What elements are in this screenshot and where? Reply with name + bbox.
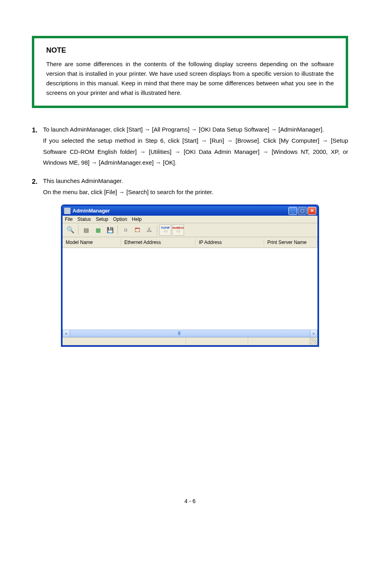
minimize-button[interactable]: _	[288, 207, 297, 215]
arrow-icon: →	[155, 159, 161, 166]
app-icon	[64, 208, 71, 214]
arrow-icon: →	[227, 137, 233, 144]
list-icon[interactable]: ▤	[80, 224, 92, 236]
status-cell-1	[63, 337, 186, 345]
separator	[118, 225, 118, 235]
disk-icon[interactable]: 💾	[104, 224, 116, 236]
page-number: 4 - 6	[32, 498, 348, 504]
arrow-icon: →	[119, 189, 125, 195]
scroll-track[interactable]	[70, 330, 310, 337]
separator	[157, 225, 157, 235]
arrow-icon: →	[322, 137, 328, 144]
status-cell-2	[186, 337, 248, 345]
step-1-text: To launch AdminManager, click [Start] → …	[43, 124, 348, 168]
titlebar[interactable]: AdminManager _ ▢ ✕	[63, 206, 317, 216]
arrow-icon: →	[191, 126, 197, 133]
search-icon[interactable]: 🔍	[65, 224, 76, 236]
adminmanager-window: AdminManager _ ▢ ✕ File Status Setup Opt…	[61, 205, 319, 346]
scroll-right-button[interactable]: >	[310, 330, 317, 337]
menu-setup[interactable]: Setup	[96, 216, 108, 222]
menu-help[interactable]: Help	[132, 216, 142, 222]
menu-option[interactable]: Option	[113, 216, 127, 222]
step-2: 2. This launches AdminManager. On the me…	[32, 175, 348, 198]
net-icon[interactable]: 🖧	[144, 224, 155, 236]
step-1-num: 1.	[32, 124, 43, 168]
tcpip-button[interactable]: TCP/IP ▭	[159, 224, 171, 236]
config-icon[interactable]: 🗔	[132, 224, 143, 236]
arrow-icon: →	[174, 148, 180, 155]
menubar: File Status Setup Option Help	[63, 216, 317, 223]
horizontal-scrollbar[interactable]: < >	[63, 330, 317, 337]
device-list[interactable]	[63, 248, 317, 330]
columns-header: Model Name Ethernet Address IP Address P…	[63, 237, 317, 248]
col-model-name[interactable]: Model Name	[63, 239, 121, 246]
scroll-left-button[interactable]: <	[63, 330, 70, 337]
grid-icon[interactable]: ▦	[92, 224, 104, 236]
netbeui-button[interactable]: NetBEUI ▭	[172, 224, 184, 236]
arrow-icon: →	[271, 126, 277, 133]
separator	[78, 225, 78, 235]
note-text: There are some differences in the conten…	[46, 59, 334, 98]
arrow-icon: →	[140, 148, 146, 155]
arrow-icon: →	[201, 137, 207, 144]
close-button[interactable]: ✕	[308, 207, 316, 215]
note-box: NOTE There are some differences in the c…	[32, 36, 348, 108]
scroll-thumb[interactable]	[178, 331, 180, 335]
resize-grip[interactable]	[310, 337, 317, 345]
toolbar: 🔍 ▤ ▦ 💾 ⌑ 🗔 🖧 TCP/IP ▭ NetBEUI ▭	[63, 223, 317, 237]
arrow-icon: →	[262, 148, 268, 155]
col-ip-address[interactable]: IP Address	[196, 239, 264, 246]
col-print-server-name[interactable]: Print Server Name	[264, 239, 317, 246]
step-1: 1. To launch AdminManager, click [Start]…	[32, 124, 348, 168]
menu-file[interactable]: File	[65, 216, 72, 222]
step-2-text: This launches AdminManager. On the menu …	[43, 175, 348, 198]
menu-status[interactable]: Status	[77, 216, 91, 222]
chip-icon[interactable]: ⌑	[120, 224, 131, 236]
arrow-icon: →	[144, 126, 150, 133]
maximize-button: ▢	[298, 207, 307, 215]
col-ethernet-address[interactable]: Ethernet Address	[121, 239, 196, 246]
status-cell-3	[248, 337, 310, 345]
step-2-num: 2.	[32, 175, 43, 198]
window-title: AdminManager	[72, 208, 288, 214]
arrow-icon: →	[91, 159, 97, 166]
statusbar	[63, 337, 317, 345]
note-label: NOTE	[46, 46, 334, 55]
